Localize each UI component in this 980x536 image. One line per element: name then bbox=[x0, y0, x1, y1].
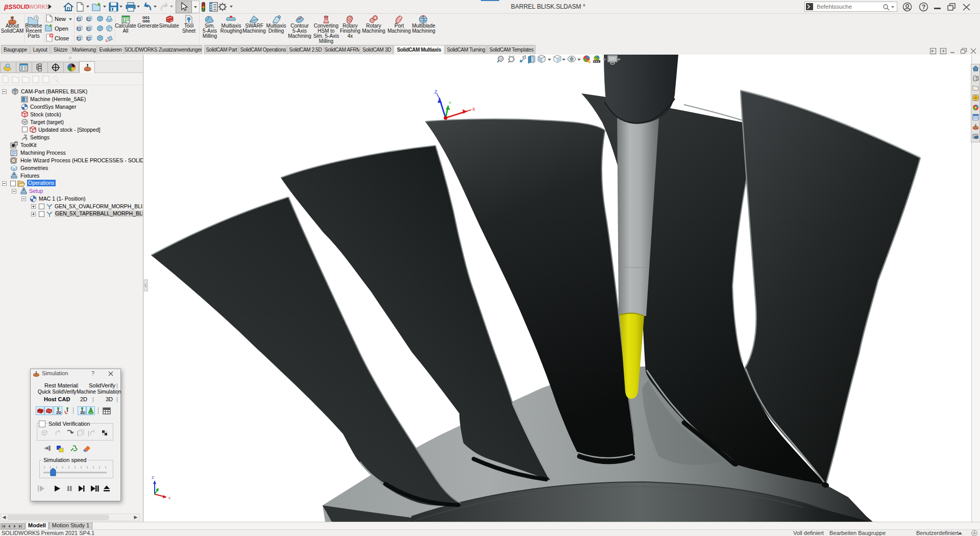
svg-text:SOLID: SOLID bbox=[13, 4, 30, 10]
svg-text:x: x bbox=[168, 496, 170, 500]
svg-text:X: X bbox=[472, 107, 475, 112]
svg-text:2D: 2D bbox=[56, 410, 61, 415]
svg-text:βS: βS bbox=[4, 3, 13, 11]
svg-text:?: ? bbox=[922, 4, 925, 11]
svg-text:WORKS: WORKS bbox=[29, 4, 49, 10]
svg-text:Z: Z bbox=[434, 89, 437, 94]
svg-text:Z: Z bbox=[152, 475, 154, 480]
svg-text:3D: 3D bbox=[80, 410, 85, 415]
svg-text:Y: Y bbox=[449, 101, 452, 105]
